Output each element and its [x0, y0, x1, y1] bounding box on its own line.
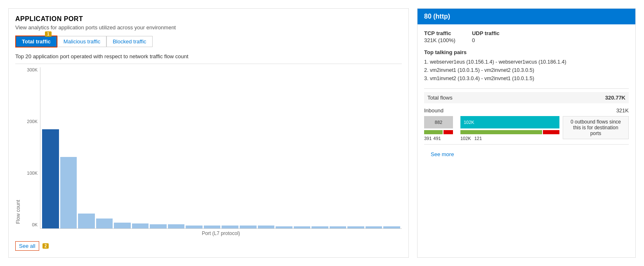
bar-rect-12 — [258, 226, 275, 228]
flow-red-right — [543, 130, 559, 134]
flow-left-bottom — [424, 130, 453, 134]
rp-header: 80 (http) — [418, 9, 635, 24]
divider-1 — [424, 88, 629, 89]
bar-rect-3 — [96, 218, 113, 228]
udp-value: 0 — [472, 37, 500, 43]
chart-area: Flow count 300K 200K 100K 0K Port (L7 pr… — [15, 67, 402, 236]
bar-rect-8 — [186, 226, 203, 228]
bar-item-5 — [132, 67, 149, 228]
bar-item-2 — [78, 67, 95, 228]
flow-green-left — [424, 130, 443, 134]
badge-2: 2 — [42, 243, 49, 249]
tab-total-traffic[interactable]: Total traffic — [15, 36, 57, 48]
y-tick-300k: 300K — [27, 67, 38, 72]
flows-right: 102K 102K 121 — [460, 116, 559, 141]
bar-rect-9 — [204, 226, 221, 228]
flow-num-102k: 102K — [464, 120, 474, 125]
bar-item-13 — [276, 67, 293, 228]
left-panel: APPLICATION PORT View analytics for appl… — [8, 8, 409, 258]
bar-rect-4 — [114, 223, 131, 228]
bar-item-4 — [114, 67, 131, 228]
bar-item-6 — [150, 67, 167, 228]
y-axis: 300K 200K 100K 0K — [24, 67, 40, 236]
udp-col: UDP traffic 0 — [472, 30, 500, 43]
flows-left: 882 391 491 — [424, 116, 457, 141]
bar-item-3 — [96, 67, 113, 228]
bar-item-10 — [222, 67, 238, 228]
inbound-label: Inbound — [424, 107, 443, 114]
bar-item-14 — [294, 67, 311, 228]
flow-left-nums: 391 491 — [424, 136, 453, 141]
bar-item-19 — [383, 67, 400, 228]
pair-1: 1. webserver1eus (10.156.1.4) - webserve… — [424, 58, 629, 66]
bar-rect-5 — [132, 223, 149, 228]
see-all-row: See all 2 — [15, 241, 402, 251]
pair-3: 3. vm1invnet2 (10.3.0.4) - vm2invnet1 (1… — [424, 74, 629, 83]
divider — [15, 64, 402, 64]
top-pairs-title: Top talking pairs — [424, 49, 629, 55]
bar-item-16 — [330, 67, 347, 228]
bar-item-18 — [366, 67, 382, 228]
flow-num-102k-bottom: 102K — [460, 136, 471, 141]
page-title: APPLICATION PORT — [15, 15, 402, 23]
y-axis-label: Flow count — [15, 67, 21, 224]
outbound-note: 0 outbound flows since this is for desti… — [563, 116, 629, 139]
see-more-link[interactable]: See more — [424, 148, 460, 161]
bar-rect-17 — [347, 226, 364, 228]
bar-rect-11 — [240, 226, 257, 228]
bar-item-1 — [60, 67, 77, 228]
flow-left-top: 882 — [424, 116, 453, 128]
tcp-label: TCP traffic — [424, 30, 455, 36]
bar-item-9 — [204, 67, 221, 228]
bar-item-15 — [311, 67, 328, 228]
flow-num-121: 121 — [474, 136, 482, 141]
tab-malicious-traffic[interactable]: Malicious traffic — [57, 36, 106, 47]
flow-num-882: 882 — [435, 120, 442, 125]
x-axis-label: Port (L7 protocol) — [40, 230, 402, 236]
y-tick-100k: 100K — [27, 171, 38, 176]
bar-rect-1 — [60, 157, 77, 228]
chart-description: Top 20 application port operated with re… — [15, 53, 402, 59]
flows-visual: 882 391 491 102K — [424, 116, 629, 141]
tcp-col: TCP traffic 321K (100%) — [424, 30, 455, 43]
rp-body: TCP traffic 321K (100%) UDP traffic 0 To… — [418, 24, 635, 257]
bar-rect-2 — [78, 214, 95, 228]
bar-item-11 — [240, 67, 257, 228]
bar-rect-0 — [42, 129, 59, 228]
right-panel: 80 (http) TCP traffic 321K (100%) UDP tr… — [417, 8, 636, 258]
bar-item-12 — [258, 67, 275, 228]
y-tick-0k: 0K — [32, 222, 38, 227]
udp-label: UDP traffic — [472, 30, 500, 36]
flow-num-491: 491 — [433, 136, 441, 141]
tab-blocked-traffic[interactable]: Blocked traffic — [106, 36, 152, 47]
bar-rect-10 — [222, 226, 238, 228]
flow-num-391: 391 — [424, 136, 432, 141]
tcp-value: 321K (100%) — [424, 37, 455, 43]
badge-1: 1 — [45, 31, 52, 37]
traffic-row: TCP traffic 321K (100%) UDP traffic 0 — [424, 30, 629, 43]
chart-plot: Port (L7 protocol) — [40, 67, 402, 236]
flow-right-nums: 102K 121 — [460, 136, 559, 141]
bar-rect-14 — [294, 226, 311, 228]
inbound-value: 321K — [616, 107, 629, 114]
pairs-list: 1. webserver1eus (10.156.1.4) - webserve… — [424, 58, 629, 83]
flow-green-right — [460, 130, 542, 134]
flow-right-bottom — [460, 130, 559, 134]
bar-item-17 — [347, 67, 364, 228]
tabs-row: 1 Total traffic Malicious traffic Blocke… — [15, 36, 402, 48]
flow-cyan-bar: 102K — [460, 116, 559, 128]
see-all-button[interactable]: See all — [15, 241, 39, 251]
bar-rect-6 — [150, 224, 167, 228]
bar-rect-19 — [383, 226, 400, 228]
bars-container — [40, 67, 402, 229]
pair-2: 2. vm2invnet1 (10.0.1.5) - vm2invnet2 (1… — [424, 66, 629, 74]
bar-item-0 — [42, 67, 59, 228]
y-tick-200k: 200K — [27, 119, 38, 124]
total-flows-row: Total flows 320.77K — [424, 92, 629, 103]
bar-rect-18 — [366, 226, 382, 228]
bar-rect-7 — [168, 224, 185, 228]
page-subtitle: View analytics for application ports uti… — [15, 24, 402, 31]
flow-red-left — [443, 130, 453, 134]
bar-rect-16 — [330, 226, 347, 228]
divider-2 — [424, 144, 629, 145]
